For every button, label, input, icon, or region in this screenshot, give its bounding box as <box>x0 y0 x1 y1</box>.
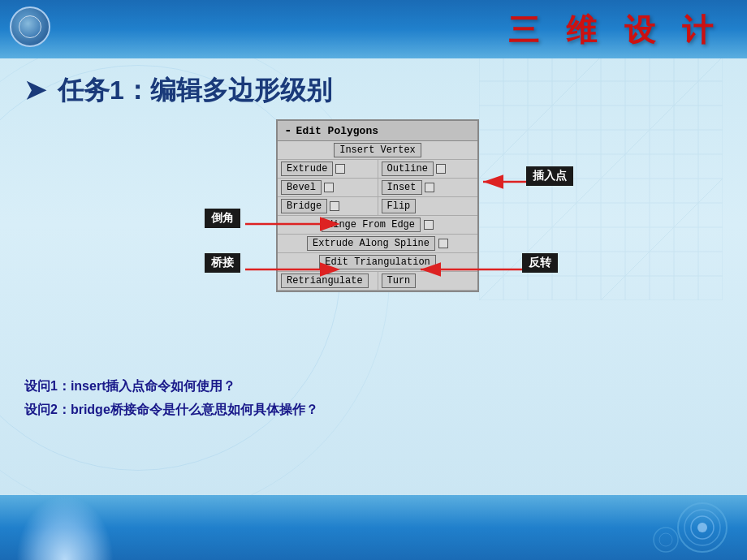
extrude-spline-row: Extrude Along Spline <box>278 235 477 253</box>
hinge-row: Hinge From Edge <box>278 216 477 235</box>
bridge-btn[interactable]: Bridge <box>281 199 327 213</box>
bevel-btn[interactable]: Bevel <box>281 180 322 195</box>
bottom-bar <box>0 495 747 560</box>
edit-tri-btn[interactable]: Edit Triangulation <box>319 255 436 269</box>
extrude-outline-row: Extrude Outline <box>278 160 477 179</box>
edit-polygons-panel: - Edit Polygons Insert Vertex Extrude Ou… <box>276 119 479 292</box>
insert-vertex-row: Insert Vertex <box>278 141 477 160</box>
task-title: ➤ 任务1：编辑多边形级别 <box>24 73 332 109</box>
panel-title-text: Edit Polygons <box>296 125 378 137</box>
bevel-half: Bevel <box>278 179 378 196</box>
logo <box>10 6 54 51</box>
retri-turn-row: Retriangulate Turn <box>278 272 477 291</box>
extrude-spline-btn[interactable]: Extrude Along Spline <box>307 236 435 251</box>
panel-title-row: - Edit Polygons <box>278 121 477 141</box>
svg-point-28 <box>697 523 707 532</box>
inset-half: Inset <box>378 179 478 196</box>
questions-section: 设问1：insert插入点命令如何使用？ 设问2：bridge桥接命令是什么意思… <box>24 375 318 422</box>
edit-tri-row: Edit Triangulation <box>278 253 477 272</box>
flip-label: 反转 <box>522 253 558 273</box>
question-2: 设问2：bridge桥接命令是什么意思如何具体操作？ <box>24 398 318 422</box>
bridge-label: 桥接 <box>205 253 240 273</box>
extrude-checkbox[interactable] <box>335 164 345 174</box>
extrude-btn[interactable]: Extrude <box>281 162 333 176</box>
bridge-flip-row: Bridge Flip <box>278 197 477 216</box>
logo-circle <box>10 6 50 47</box>
svg-point-29 <box>654 528 678 552</box>
outline-btn[interactable]: Outline <box>382 162 434 176</box>
insert-point-label: 插入点 <box>526 166 573 186</box>
svg-point-30 <box>659 533 672 546</box>
app-title: 三 维 设 计 <box>508 10 723 51</box>
task-arrow: ➤ <box>24 75 46 105</box>
insert-vertex-btn[interactable]: Insert Vertex <box>334 143 421 157</box>
bridge-half: Bridge <box>278 197 378 215</box>
bottom-glow <box>16 495 114 560</box>
outline-checkbox[interactable] <box>436 164 446 174</box>
inset-btn[interactable]: Inset <box>382 180 422 195</box>
bevel-label: 倒角 <box>205 209 240 228</box>
hinge-btn[interactable]: Hinge From Edge <box>322 218 421 232</box>
extrude-half: Extrude <box>278 160 378 178</box>
extrude-spline-checkbox[interactable] <box>438 239 448 248</box>
question-1: 设问1：insert插入点命令如何使用？ <box>24 375 318 398</box>
outline-half: Outline <box>378 160 478 178</box>
top-bar: 三 维 设 计 <box>0 0 747 58</box>
bevel-inset-row: Bevel Inset <box>278 179 477 197</box>
main-content: ➤ 任务1：编辑多边形级别 - Edit Polygons Insert Ver… <box>0 58 747 495</box>
turn-btn[interactable]: Turn <box>382 274 417 288</box>
turn-half: Turn <box>378 272 478 290</box>
hinge-checkbox[interactable] <box>424 220 434 230</box>
retri-half: Retriangulate <box>278 272 378 290</box>
task-title-text: 任务1：编辑多边形级别 <box>58 75 332 105</box>
bridge-checkbox[interactable] <box>330 201 339 211</box>
inset-checkbox[interactable] <box>425 183 434 192</box>
deco-circles <box>633 499 731 556</box>
flip-half: Flip <box>378 197 478 215</box>
retri-btn[interactable]: Retriangulate <box>281 274 369 288</box>
bevel-checkbox[interactable] <box>324 183 334 192</box>
logo-inner <box>19 15 41 38</box>
panel-minus[interactable]: - <box>284 123 292 138</box>
flip-btn[interactable]: Flip <box>382 199 417 213</box>
